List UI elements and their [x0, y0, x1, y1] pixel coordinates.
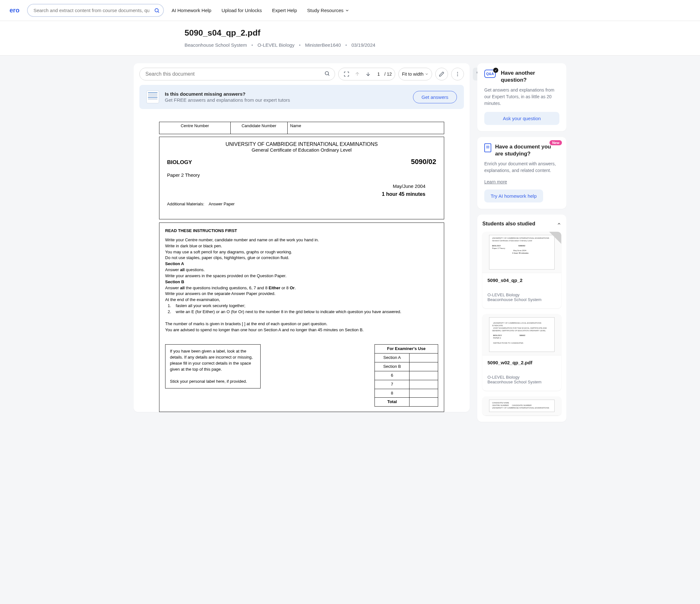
svg-line-1 [158, 11, 159, 12]
exam-inst-line: Do not use staples, paper clips, highlig… [165, 255, 438, 261]
viewer-card: / 12 Fit to width [134, 63, 470, 412]
exam-inst-line: You are advised to spend no longer than … [165, 327, 438, 333]
header-centre-number: Centre Number [159, 122, 231, 134]
chevron-down-icon [345, 8, 349, 13]
breadcrumb-uploader[interactable]: MinisterBee1640 [305, 42, 341, 48]
doc-search-wrap [140, 68, 335, 80]
related-doc-card[interactable]: CANDIDATE NAMECENTRE NUMBER CANDIDATE NU… [482, 396, 561, 416]
zoom-dropdown[interactable]: Fit to width [402, 72, 429, 77]
fullscreen-icon [344, 71, 349, 77]
exam-materials-label: Additional Materials: [167, 202, 204, 206]
document-title: 5090_s04_qp_2.pdf [184, 28, 519, 38]
marks-q6: 6 [375, 371, 409, 380]
exam-code: 5090/02 [411, 158, 436, 166]
document-panel: / 12 Fit to width [134, 63, 470, 412]
zoom-label: Fit to width [402, 72, 424, 77]
breadcrumb-separator: • [345, 42, 347, 48]
header-candidate-number: Candidate Number [230, 122, 287, 134]
exam-inst-numbered: 1. fasten all your work securely togethe… [165, 303, 438, 309]
related-doc-name: 5090_s04_qp_2 [488, 278, 556, 283]
marks-sec-b: Section B [375, 362, 409, 371]
exam-label-box: If you have been given a label, look at … [165, 344, 260, 389]
nav-expert-help[interactable]: Expert Help [272, 8, 297, 13]
doc-study-card: New Have a document you are studying? En… [477, 137, 566, 209]
exam-section-b: Section B [165, 279, 438, 285]
document-search-input[interactable] [140, 68, 335, 80]
breadcrumb-separator: • [251, 42, 253, 48]
exam-page-content: Centre Number Candidate Number Name UNIV… [134, 109, 470, 412]
learn-more-link[interactable]: Learn more [484, 179, 507, 184]
exam-section-a: Section A [165, 261, 438, 267]
nav-ai-homework[interactable]: AI Homework Help [172, 8, 211, 13]
table-row: Section A [375, 353, 438, 362]
exam-inst-line: Write your answers on the separate Answe… [165, 291, 438, 297]
page-nav-group: / 12 [338, 68, 395, 80]
logo[interactable]: ero [9, 7, 19, 14]
exam-certificate: General Certificate of Education Ordinar… [165, 147, 438, 153]
exam-inst-line: The number of marks is given in brackets… [165, 321, 438, 327]
global-search-wrap [27, 4, 164, 17]
table-row: Total [375, 398, 438, 406]
exam-inst-line: Write your answers in the spaces provide… [165, 273, 438, 279]
breadcrumb-school[interactable]: Beaconhouse School System [184, 42, 247, 48]
document-icon [484, 143, 491, 152]
sidebar: Q&A ✓ Have another question? Get answers… [477, 63, 566, 427]
exam-marks-wrapper: For Examiner's Use Section A Section B 6… [375, 344, 438, 406]
nav-study-resources[interactable]: Study Resources [307, 8, 349, 13]
document-icon [146, 90, 159, 103]
zoom-group: Fit to width [398, 68, 432, 80]
search-icon[interactable] [324, 71, 330, 78]
exam-marks-table: For Examiner's Use Section A Section B 6… [375, 344, 438, 406]
document-toolbar: / 12 Fit to width [134, 63, 470, 85]
breadcrumb-course[interactable]: O-LEVEL Biology [257, 42, 294, 48]
also-studied-header[interactable]: Students also studied [482, 221, 561, 227]
exam-materials-value: Answer Paper [209, 202, 235, 206]
doc-thumbnail: UNIVERSITY OF CAMBRIDGE LOCAL EXAMINATIO… [482, 314, 561, 356]
marks-total: Total [375, 398, 409, 406]
table-row: For Examiner's Use [375, 345, 438, 353]
breadcrumb-separator: • [299, 42, 300, 48]
exam-inst-line: Answer all the questions including quest… [165, 285, 438, 291]
get-answers-button[interactable]: Get answers [413, 91, 457, 103]
related-doc-course: O-LEVEL Biology [488, 292, 556, 297]
exam-subject: BIOLOGY [167, 159, 192, 166]
title-bar: 5090_s04_qp_2.pdf Beaconhouse School Sys… [0, 21, 700, 56]
nav-links: AI Homework Help Upload for Unlocks Expe… [172, 8, 349, 13]
marks-sec-a: Section A [375, 353, 409, 362]
related-doc-card[interactable]: UNIVERSITY OF CAMBRIDGE INTERNATIONAL EX… [482, 232, 561, 308]
chevron-down-icon [425, 72, 429, 76]
svg-line-5 [328, 74, 329, 75]
ask-question-button[interactable]: Ask your question [484, 112, 559, 125]
check-icon: ✓ [493, 68, 498, 73]
exam-bottom-row: If you have been given a label, look at … [165, 344, 438, 406]
new-badge: New [550, 140, 562, 145]
related-doc-card[interactable]: UNIVERSITY OF CAMBRIDGE LOCAL EXAMINATIO… [482, 314, 561, 391]
exam-inst-line: Write your Centre number, candidate numb… [165, 237, 438, 243]
exam-inst-line: Answer all questions. [165, 267, 438, 273]
next-page-button[interactable] [364, 69, 373, 79]
nav-upload[interactable]: Upload for Unlocks [222, 8, 262, 13]
exam-inst-line: At the end of the examination, [165, 297, 438, 303]
global-search-input[interactable] [27, 4, 164, 17]
try-ai-homework-button[interactable]: Try AI homework help [484, 189, 543, 203]
header-name: Name [287, 122, 444, 134]
nav-study-resources-label: Study Resources [307, 8, 343, 13]
exam-instructions-box: READ THESE INSTRUCTIONS FIRST Write your… [159, 222, 444, 412]
promo-text: Is this document missing answers? Get FR… [165, 91, 407, 103]
promo-banner: Is this document missing answers? Get FR… [140, 85, 464, 109]
prev-page-button[interactable] [353, 69, 362, 79]
exam-materials: Additional Materials: Answer Paper [165, 202, 438, 206]
svg-point-4 [325, 72, 329, 75]
svg-point-0 [155, 8, 158, 12]
exam-university: UNIVERSITY OF CAMBRIDGE INTERNATIONAL EX… [165, 141, 438, 147]
exam-instructions-title: READ THESE INSTRUCTIONS FIRST [165, 228, 438, 234]
more-options-button[interactable] [451, 68, 464, 80]
annotate-button[interactable] [435, 68, 448, 80]
also-studied-title: Students also studied [482, 221, 535, 227]
fullscreen-button[interactable] [342, 69, 351, 79]
doc-thumbnail: UNIVERSITY OF CAMBRIDGE INTERNATIONAL EX… [482, 232, 561, 273]
svg-point-8 [457, 72, 458, 73]
search-icon[interactable] [152, 6, 161, 15]
qa-description: Get answers and explanations from our Ex… [484, 87, 559, 107]
page-number-input[interactable] [374, 72, 383, 77]
